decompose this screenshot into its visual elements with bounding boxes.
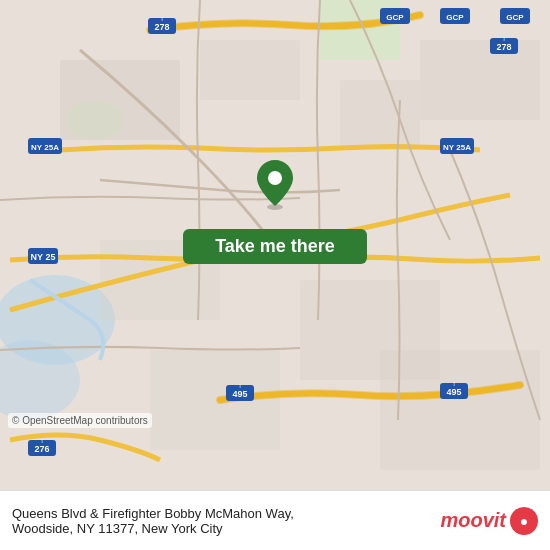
svg-text:276: 276 [34,444,49,454]
location-pin [255,158,295,208]
svg-rect-7 [340,80,420,150]
moovit-logo: moovit ● [440,507,538,535]
svg-text:278: 278 [154,22,169,32]
openstreetmap-credit: © OpenStreetMap contributors [8,413,152,428]
svg-text:NY 25: NY 25 [31,252,56,262]
moovit-dot-icon: ● [510,507,538,535]
svg-rect-5 [60,60,180,140]
address-line1: Queens Blvd & Firefighter Bobby McMahon … [12,506,440,521]
svg-text:GCP: GCP [386,13,404,22]
svg-rect-10 [380,350,540,470]
address-line2: Woodside, NY 11377, New York City [12,521,440,536]
svg-text:GCP: GCP [446,13,464,22]
svg-rect-12 [150,350,280,450]
svg-text:NY 25A: NY 25A [31,143,59,152]
footer-address: Queens Blvd & Firefighter Bobby McMahon … [12,506,440,536]
svg-rect-8 [420,40,540,120]
svg-rect-6 [200,40,300,100]
map-container: 278 I 495 I 495 I 276 I NY 25 NY 25 NY 2… [0,0,550,490]
svg-text:278: 278 [496,42,511,52]
moovit-brand-text: moovit [440,509,506,532]
svg-text:GCP: GCP [506,13,524,22]
svg-text:495: 495 [232,389,247,399]
footer: Queens Blvd & Firefighter Bobby McMahon … [0,490,550,550]
svg-text:NY 25A: NY 25A [443,143,471,152]
take-me-there-button[interactable]: Take me there [183,229,367,264]
svg-point-43 [268,171,282,185]
svg-text:495: 495 [446,387,461,397]
